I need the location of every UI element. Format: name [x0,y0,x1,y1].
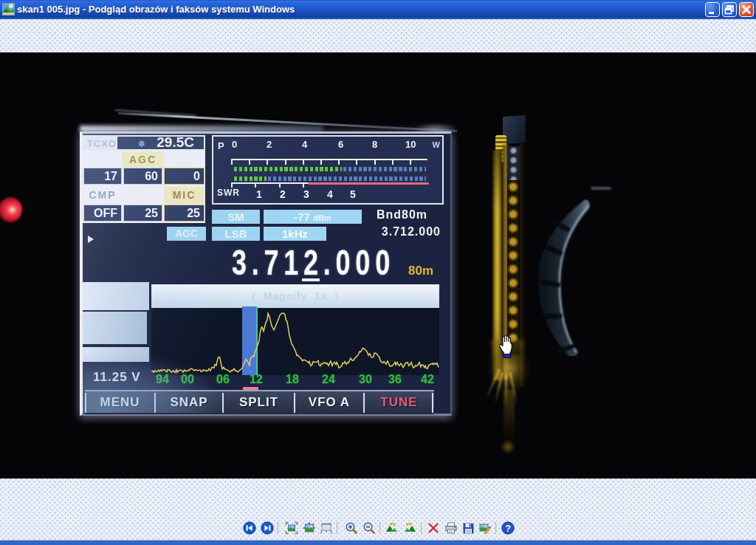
svg-text:?: ? [505,524,511,534]
